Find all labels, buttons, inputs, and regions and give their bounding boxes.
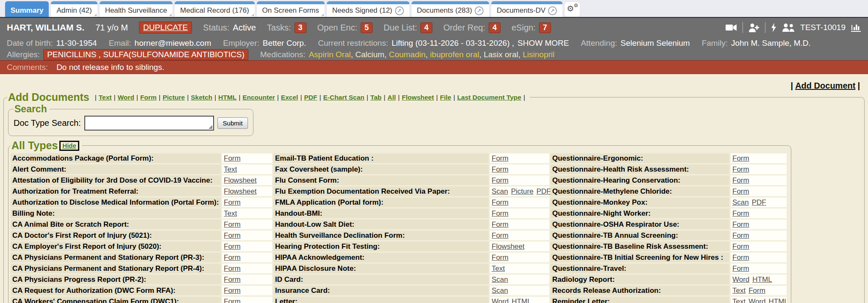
tab-admin-42[interactable]: Admin (42) [51,1,97,17]
doc-link-form[interactable]: Form [732,187,749,195]
tab-health-surveillance[interactable]: Health Surveillance [100,1,172,17]
doc-link-form[interactable]: Form [732,242,749,250]
tab-documents-dv[interactable]: Documents-DV↗ [491,1,562,17]
doc-link-form[interactable]: Form [492,198,509,206]
doc-link-flowsheet[interactable]: Flowsheet [224,187,256,195]
lightning-icon[interactable] [771,23,776,32]
doc-link-form[interactable]: Form [492,220,509,228]
tab-on-screen-forms[interactable]: On Screen Forms [257,1,325,17]
doc-link-text[interactable]: Text [224,209,237,217]
add-doc-link-encounter[interactable]: Encounter [242,94,275,101]
doc-link-form[interactable]: Form [732,165,749,173]
duplicate-badge[interactable]: DUPLICATE [139,22,192,33]
add-doc-link-html[interactable]: HTML [218,94,236,101]
doc-link-word[interactable]: Word [492,297,509,303]
doc-link-form[interactable]: Form [732,154,749,162]
medication-link[interactable]: ibuprofen oral [430,50,479,59]
doc-link-form[interactable]: Form [492,176,509,184]
doc-link-form[interactable]: Form [732,231,749,239]
doc-link-form[interactable]: Form [224,154,241,162]
counter-badge[interactable]: 4 [420,22,432,33]
doc-link-word[interactable]: Word [748,297,765,303]
tab-documents-283[interactable]: Documents (283)↗ [412,1,489,17]
doc-link-picture[interactable]: Picture [511,187,534,195]
add-person-icon[interactable] [748,23,760,32]
doc-link-form[interactable]: Form [492,253,509,261]
hide-button[interactable]: Hide [59,141,79,151]
popout-icon[interactable]: ↗ [395,6,404,15]
doc-link-scan[interactable]: Scan [492,275,508,284]
add-doc-link-form[interactable]: Form [140,94,157,101]
doc-link-scan[interactable]: Scan [492,187,508,195]
doc-link-form[interactable]: Form [224,220,241,228]
doc-link-form[interactable]: Form [224,198,241,206]
medication-link[interactable]: Calcium [355,50,384,59]
doc-link-scan[interactable]: Scan [732,198,749,206]
doc-link-form[interactable]: Form [224,264,241,272]
popout-icon[interactable]: ↗ [548,6,557,15]
doc-link-form[interactable]: Form [492,231,509,239]
doc-type-search-input[interactable] [84,116,214,131]
add-doc-link-last-document-type[interactable]: Last Document Type [457,94,521,101]
doc-link-word[interactable]: Word [732,275,749,284]
counter-badge[interactable]: 7 [539,22,551,33]
doc-link-text[interactable]: Text [732,286,746,295]
add-doc-link-all[interactable]: All [387,94,396,101]
doc-link-html[interactable]: HTML [752,275,772,284]
doc-link-form[interactable]: Form [732,253,749,261]
doc-link-form[interactable]: Form [224,253,241,261]
doc-link-form[interactable]: Form [224,242,241,250]
show-more-link[interactable]: SHOW MORE [517,39,569,48]
add-doc-link-picture[interactable]: Picture [163,94,185,101]
doc-link-text[interactable]: Text [492,264,505,272]
doc-link-html[interactable]: HTML [512,297,531,303]
settings-button[interactable]: ⚙ ⚙ [565,2,580,17]
add-doc-link-tab[interactable]: Tab [370,94,381,101]
doc-link-text[interactable]: Text [732,297,746,303]
popout-icon[interactable]: ↗ [475,6,484,15]
medication-link[interactable]: Aspirin Oral [309,50,351,59]
doc-link-html[interactable]: HTML [769,297,788,303]
add-doc-link-e-chart-scan[interactable]: E-Chart Scan [323,94,364,101]
add-doc-link-flowsheet[interactable]: Flowsheet [402,94,434,101]
doc-link-form[interactable]: Form [224,231,241,239]
patients-icon[interactable] [782,23,795,32]
doc-link-flowsheet[interactable]: Flowsheet [492,242,524,250]
doc-link-form[interactable]: Form [492,154,509,162]
doc-link-scan[interactable]: Scan [492,286,508,295]
add-doc-link-word[interactable]: Word [117,94,134,101]
doc-link-form[interactable]: Form [732,176,749,184]
doc-link-form[interactable]: Form [748,286,765,295]
doc-link-pdf[interactable]: PDF [537,187,551,195]
submit-button[interactable]: Submit [217,117,248,129]
counter-badge[interactable]: 3 [295,22,306,33]
allergies-badge[interactable]: PENICILLINS , SULFA(SULFONAMIDE ANTIBIOT… [43,49,248,60]
add-doc-link-pdf[interactable]: PDF [304,94,317,101]
add-document-link[interactable]: Add Document [795,81,855,90]
add-doc-link-sketch[interactable]: Sketch [191,94,212,101]
doc-link-pdf[interactable]: PDF [752,198,766,206]
tab-summary[interactable]: Summary [5,1,49,17]
counter-badge[interactable]: 5 [361,22,373,33]
counter-badge[interactable]: 4 [489,22,501,33]
doc-link-form[interactable]: Form [732,264,749,272]
doc-link-form[interactable]: Form [492,209,509,217]
tab-medical-record-176[interactable]: Medical Record (176) [175,1,255,17]
doc-link-form[interactable]: Form [224,275,241,284]
add-doc-link-excel[interactable]: Excel [281,94,298,101]
doc-link-form[interactable]: Form [732,220,749,228]
tab-needs-signed-12[interactable]: Needs Signed (12)↗ [327,1,409,17]
add-doc-link-text[interactable]: Text [99,94,112,101]
add-doc-link-file[interactable]: File [440,94,451,101]
doc-link-form[interactable]: Form [492,165,509,173]
doc-link-form[interactable]: Form [732,209,749,217]
doc-link-flowsheet[interactable]: Flowsheet [224,176,256,184]
doc-link-form[interactable]: Form [224,297,241,303]
medication-link[interactable]: Coumadin [389,50,426,59]
doc-link-text[interactable]: Text [224,165,237,173]
video-camera-icon[interactable] [726,24,737,31]
doc-link-form[interactable]: Form [224,286,241,295]
medication-link[interactable]: Lasix oral [484,50,518,59]
chart-icon[interactable] [851,23,861,32]
medication-link[interactable]: Lisinopril [523,50,554,59]
